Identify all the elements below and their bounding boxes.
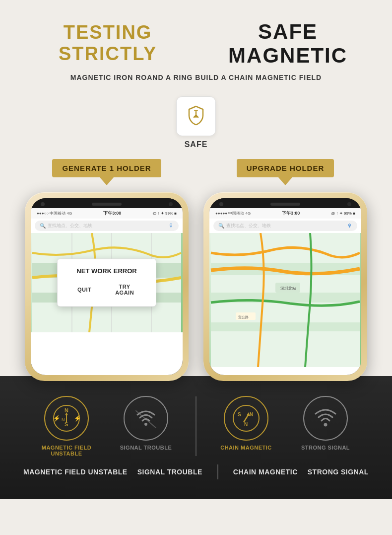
left-phone-inner: ●●●○○ 中国移动 4G 下午3:00 @ ↑ ✦ 99% ■ 🔍 查找地点、… [31,198,183,375]
right-phone-col: UPGRADE HOLDER ●●●●● 中国移动 4G 下午 [203,159,367,381]
left-status-middle: 下午3:00 [103,210,121,217]
subtitle: MAGNETIC IRON ROAND A RING BUILD A CHAIN… [20,74,372,81]
mic-icon-left: 🎙 [169,223,174,229]
title-testing: TESTING STRICTLY [20,22,196,65]
center-divider [196,396,196,456]
error-overlay: NET WORK ERROR QUIT TRY AGAIN [57,259,156,307]
bottom-chain-magnetic-text: CHAIN MAGNETIC [233,468,298,476]
signal-trouble-icon [124,396,168,441]
right-map-svg: 深圳北站 宝公路 [209,233,361,367]
right-phone-inner: ●●●●● 中国移动 4G 下午3:00 @ ↑ ✦ 99% ■ 🔍 查找地点、… [209,198,361,375]
left-search-text: 查找地点、公交、地铁 [48,223,92,229]
notch-sensor-right [347,202,351,206]
chain-magnetic-item: S N N CHAIN MAGNETIC [211,396,281,451]
left-status-bar: ●●●○○ 中国移动 4G 下午3:00 @ ↑ ✦ 99% ■ [31,208,183,219]
top-section: TESTING STRICTLY SAFE MAGNETIC MAGNETIC … [0,0,392,391]
svg-rect-10 [211,322,360,331]
bottom-strong-signal-text: STRONG SIGNAL [308,468,369,476]
strong-signal-label: STRONG SIGNAL [301,445,350,451]
strong-signal-icon [303,396,348,441]
signal-trouble-item: SIGNAL TROUBLE [111,396,181,451]
left-phone-mockup: ●●●○○ 中国移动 4G 下午3:00 @ ↑ ✦ 99% ■ 🔍 查找地点、… [25,192,189,381]
bottom-text-row: MAGNETIC FIELD UNSTABLE SIGNAL TROUBLE C… [20,464,372,479]
left-phone-screen: ●●●○○ 中国移动 4G 下午3:00 @ ↑ ✦ 99% ■ 🔍 查找地点、… [31,208,183,375]
chain-magnetic-icon: S N N [224,396,268,441]
title-safe: SAFE MAGNETIC [203,20,372,68]
shield-box [176,96,216,136]
shield-icon [185,104,207,128]
right-status-bar: ●●●●● 中国移动 4G 下午3:00 @ ↑ ✦ 99% ■ [209,208,361,219]
right-status-left: ●●●●● 中国移动 4G [215,211,251,216]
svg-point-31 [324,423,327,427]
left-status-right: @ ↑ ✦ 99% ■ [152,211,177,216]
wifi-strong-svg [313,406,338,431]
svg-text:宝公路: 宝公路 [238,315,249,319]
notch-sensor-left [169,202,173,206]
magnetic-unstable-icon: ⚡ ⚡ N S N [44,396,89,441]
compass-unstable-svg: ⚡ ⚡ N S N [52,403,81,433]
right-status-middle: 下午3:00 [282,210,300,217]
svg-text:S: S [238,412,241,417]
left-badge-arrow [100,177,114,185]
left-map-area: NET WORK ERROR QUIT TRY AGAIN [31,233,183,332]
right-search-bar: 🔍 查找地点、公交、地铁 🎙 [213,221,357,231]
right-badge-arrow [278,177,292,185]
left-search-bar: 🔍 查找地点、公交、地铁 🎙 [35,221,179,231]
right-badge-wrapper: UPGRADE HOLDER [237,159,334,188]
right-map-area: 深圳北站 宝公路 [209,233,361,367]
right-search-text: 查找地点、公交、地铁 [226,223,271,229]
comparison-section: GENERATE 1 HOLDER ●●●○○ 中国移动 4G [20,159,372,381]
bottom-section: ⚡ ⚡ N S N MAGNETIC FIELD UNSTABLE [0,376,392,499]
right-text-group: CHAIN MAGNETIC STRONG SIGNAL [233,468,369,476]
svg-text:深圳北站: 深圳北站 [280,286,296,291]
title-row: TESTING STRICTLY SAFE MAGNETIC [20,20,372,68]
quit-button[interactable]: QUIT [69,281,99,299]
svg-text:N: N [244,422,248,427]
left-status-left: ●●●○○ 中国移动 4G [37,211,72,216]
magnetic-unstable-item: ⚡ ⚡ N S N MAGNETIC FIELD UNSTABLE [32,396,101,457]
notch-speaker-right [270,203,300,206]
search-icon-left: 🔍 [40,223,46,229]
notch-camera-left [41,202,45,206]
svg-text:⚡: ⚡ [74,414,81,422]
left-text-group: MAGNETIC FIELD UNSTABLE SIGNAL TROUBLE [23,468,202,476]
left-badge: GENERATE 1 HOLDER [52,159,161,177]
signal-trouble-label: SIGNAL TROUBLE [120,445,172,451]
bottom-magnetic-unstable-text: MAGNETIC FIELD UNSTABLE [23,468,128,476]
safe-label: SAFE [185,140,208,149]
strong-signal-item: STRONG SIGNAL [291,396,360,451]
mic-icon-right: 🎙 [347,223,352,229]
right-badge: UPGRADE HOLDER [237,159,334,177]
notch-speaker-left [92,203,122,206]
left-phone-col: GENERATE 1 HOLDER ●●●○○ 中国移动 4G [25,159,189,381]
chain-magnetic-label: CHAIN MAGNETIC [220,445,272,451]
bottom-icons-row: ⚡ ⚡ N S N MAGNETIC FIELD UNSTABLE [20,396,372,457]
right-status-right: @ ↑ ✦ 99% ■ [331,211,355,216]
svg-point-23 [144,423,147,426]
compass-chain-svg: S N N [231,403,261,433]
left-phone-notch [31,198,183,208]
notch-camera-right [219,202,223,206]
error-title: NET WORK ERROR [69,267,144,275]
left-badge-wrapper: GENERATE 1 HOLDER [52,159,161,188]
right-phone-mockup: ●●●●● 中国移动 4G 下午3:00 @ ↑ ✦ 99% ■ 🔍 查找地点、… [203,192,367,381]
svg-text:⚡: ⚡ [53,414,61,422]
left-icon-group: ⚡ ⚡ N S N MAGNETIC FIELD UNSTABLE [32,396,181,457]
shield-container: SAFE [20,96,372,149]
svg-text:N: N [250,412,253,417]
svg-point-0 [195,116,197,118]
error-buttons: QUIT TRY AGAIN [69,281,144,299]
magnetic-unstable-label: MAGNETIC FIELD UNSTABLE [32,445,101,457]
wifi-trouble-svg [133,406,158,431]
svg-text:N: N [62,417,65,422]
text-divider [217,464,218,479]
search-icon-right: 🔍 [218,223,224,229]
right-icon-group: S N N CHAIN MAGNETIC [211,396,360,451]
retry-button[interactable]: TRY AGAIN [105,281,144,299]
right-phone-screen: ●●●●● 中国移动 4G 下午3:00 @ ↑ ✦ 99% ■ 🔍 查找地点、… [209,208,361,375]
right-phone-notch [209,198,361,208]
bottom-signal-trouble-text: SIGNAL TROUBLE [137,468,202,476]
